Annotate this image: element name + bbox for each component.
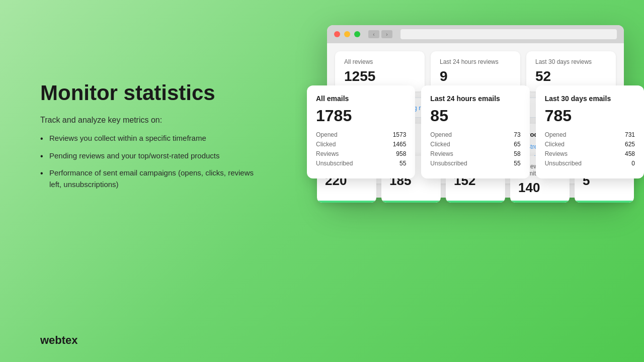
24h-emails-unsubscribed: Unsubscribed 55 [430, 160, 520, 167]
browser-titlebar: ‹ › [327, 25, 624, 43]
bullet-item-3: Performance of sent email campaigns (ope… [40, 167, 267, 190]
reviews-submitted-bar [510, 201, 570, 203]
all-emails-opened: Opened 1573 [316, 131, 406, 138]
24h-emails-opened: Opened 73 [430, 131, 520, 138]
all-reviews-value: 1255 [344, 68, 416, 84]
maximize-dot[interactable] [354, 31, 360, 37]
24h-emails-title: Last 24 hours emails [430, 95, 520, 103]
left-panel: Monitor statistics Track and analyze key… [40, 80, 267, 196]
bullet-item-2: Pending reviews and your top/worst-rated… [40, 150, 267, 162]
24h-reviews-label: Last 24 hours reviews [440, 58, 511, 65]
30d-reviews-value: 52 [535, 68, 607, 84]
logo: webtex [40, 334, 78, 347]
browser-window: ‹ › All reviews 1255 Last 24 hours revie… [327, 25, 624, 198]
email-card-all: All emails 1785 Opened 1573 Clicked 1465… [307, 85, 415, 178]
nav-buttons: ‹ › [368, 30, 392, 38]
clicked-bar [446, 201, 505, 203]
30d-emails-opened: Opened 731 [545, 131, 635, 138]
30d-emails-unsubscribed: Unsubscribed 0 [545, 160, 635, 167]
address-bar[interactable] [400, 29, 617, 39]
email-card-30d: Last 30 days emails 785 Opened 731 Click… [536, 85, 644, 178]
30d-emails-value: 785 [545, 107, 635, 125]
30d-emails-title: Last 30 days emails [545, 95, 635, 103]
email-overlay: All emails 1785 Opened 1573 Clicked 1465… [307, 85, 644, 178]
email-card-24h: Last 24 hours emails 85 Opened 73 Clicke… [421, 85, 529, 178]
forward-button[interactable]: › [381, 30, 392, 38]
bullet-list: Reviews you collect within a specific ti… [40, 133, 267, 190]
back-button[interactable]: ‹ [368, 30, 379, 38]
24h-emails-clicked: Clicked 65 [430, 141, 520, 148]
30d-emails-clicked: Clicked 625 [545, 141, 635, 148]
minimize-dot[interactable] [344, 31, 350, 37]
all-emails-unsubscribed: Unsubscribed 55 [316, 160, 406, 167]
24h-emails-reviews: Reviews 58 [430, 150, 520, 157]
all-emails-title: All emails [316, 95, 406, 103]
sent-bar [317, 201, 376, 203]
main-title: Monitor statistics [40, 80, 267, 106]
30d-reviews-label: Last 30 days reviews [535, 58, 607, 65]
all-reviews-label: All reviews [344, 58, 416, 65]
all-emails-clicked: Clicked 1465 [316, 141, 406, 148]
reviews-submitted-value: 140 [518, 180, 561, 196]
close-dot[interactable] [334, 31, 340, 37]
opened-bar [381, 201, 441, 203]
all-emails-reviews: Reviews 958 [316, 150, 406, 157]
30d-emails-reviews: Reviews 458 [545, 150, 635, 157]
bullet-item-1: Reviews you collect within a specific ti… [40, 133, 267, 144]
24h-emails-value: 85 [430, 107, 520, 125]
unsubscribed-bar [575, 201, 634, 203]
all-emails-value: 1785 [316, 107, 406, 125]
24h-reviews-value: 9 [440, 68, 511, 84]
subtitle: Track and analyze key metrics on: [40, 116, 267, 125]
